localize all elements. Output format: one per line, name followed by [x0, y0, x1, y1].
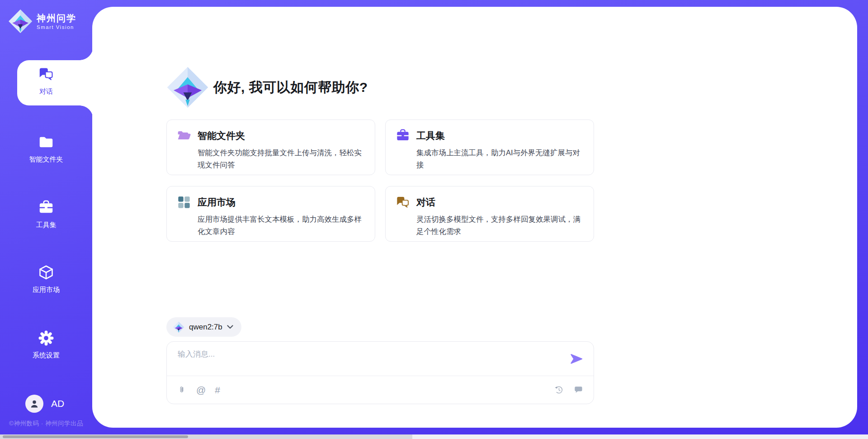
user-name: AD: [51, 398, 64, 409]
sidebar-item-settings[interactable]: 系统设置: [0, 330, 92, 360]
sidebar-item-label: 对话: [0, 87, 92, 96]
card-header: 应用市场: [177, 195, 365, 210]
brand-text: 神州问学 Smart Vision: [37, 13, 76, 30]
app-root: 神州问学 Smart Vision 对话 智能文件夹 工具集 应用市场 系统设置: [0, 0, 868, 439]
user-account[interactable]: AD: [25, 395, 64, 413]
sidebar-item-app-market[interactable]: 应用市场: [0, 264, 92, 294]
greeting-text: 你好, 我可以如何帮助你?: [213, 78, 368, 97]
message-composer: @ #: [166, 341, 594, 404]
composer-toolbar: @ #: [167, 376, 594, 404]
brand-diamond-icon: [173, 321, 184, 333]
sidebar: 神州问学 Smart Vision 对话 智能文件夹 工具集 应用市场 系统设置: [0, 0, 92, 434]
avatar: [25, 395, 43, 413]
scrollbar-track-light: [412, 434, 868, 439]
toolbox-icon: [38, 200, 54, 216]
gear-icon: [38, 330, 54, 346]
chat-bubbles-icon: [38, 66, 54, 82]
person-icon: [29, 398, 40, 409]
card-chat[interactable]: 对话 灵活切换多模型文件，支持多样回复效果调试，满足个性化需求: [385, 186, 594, 242]
card-description: 灵活切换多模型文件，支持多样回复效果调试，满足个性化需求: [416, 213, 584, 238]
send-icon: [569, 352, 584, 366]
card-title: 应用市场: [198, 196, 236, 209]
send-button[interactable]: [569, 352, 584, 366]
brand-name: 神州问学: [37, 13, 76, 23]
card-description: 智能文件夹功能支持批量文件上传与清洗，轻松实现文件问答: [198, 147, 365, 171]
card-description: 集成市场上主流工具，助力AI与外界无缝扩展与对接: [416, 147, 584, 171]
sidebar-item-label: 系统设置: [0, 351, 92, 360]
card-header: 对话: [396, 195, 584, 210]
chevron-down-icon: [227, 325, 233, 329]
history-icon[interactable]: [554, 385, 564, 395]
chat-bubbles-icon: [396, 195, 410, 210]
model-selector[interactable]: qwen2:7b: [166, 317, 241, 337]
scrollbar-thumb[interactable]: [3, 435, 188, 438]
folder-icon: [38, 134, 54, 150]
brand-subtitle: Smart Vision: [37, 24, 76, 30]
briefcase-icon: [396, 129, 410, 143]
sidebar-item-toolset[interactable]: 工具集: [0, 200, 92, 229]
card-title: 工具集: [416, 129, 445, 142]
card-description: 应用市场提供丰富长文本模板，助力高效生成多样化文章内容: [198, 213, 365, 238]
sidebar-item-smart-folder[interactable]: 智能文件夹: [0, 134, 92, 164]
brand-diamond-icon: [8, 9, 33, 33]
model-name: qwen2:7b: [189, 323, 222, 332]
at-mention-icon[interactable]: @: [196, 385, 206, 395]
sidebar-item-chat[interactable]: 对话: [0, 66, 92, 96]
sidebar-item-label: 应用市场: [0, 286, 92, 294]
hash-icon[interactable]: #: [215, 385, 220, 395]
greeting-block: 你好, 我可以如何帮助你?: [166, 66, 368, 109]
paperclip-icon[interactable]: [177, 385, 187, 395]
card-title: 智能文件夹: [198, 129, 245, 142]
grid-icon: [177, 195, 191, 210]
chat-bubble-icon[interactable]: [573, 385, 584, 395]
cube-icon: [38, 264, 54, 281]
message-input[interactable]: [178, 349, 548, 372]
horizontal-scrollbar[interactable]: [0, 434, 868, 439]
card-title: 对话: [416, 196, 435, 209]
brand-logo: 神州问学 Smart Vision: [8, 9, 76, 33]
copyright-text: ©神州数码 · 神州问学出品: [0, 420, 92, 428]
assistant-diamond-icon: [166, 66, 209, 109]
sidebar-item-label: 智能文件夹: [0, 155, 92, 164]
sidebar-item-label: 工具集: [0, 221, 92, 229]
folder-open-icon: [177, 129, 191, 143]
card-header: 工具集: [396, 129, 584, 143]
card-app-market[interactable]: 应用市场 应用市场提供丰富长文本模板，助力高效生成多样化文章内容: [166, 186, 375, 242]
card-header: 智能文件夹: [177, 129, 365, 143]
feature-cards: 智能文件夹 智能文件夹功能支持批量文件上传与清洗，轻松实现文件问答 工具集 集成…: [166, 119, 594, 242]
card-smart-folder[interactable]: 智能文件夹 智能文件夹功能支持批量文件上传与清洗，轻松实现文件问答: [166, 119, 375, 175]
card-toolset[interactable]: 工具集 集成市场上主流工具，助力AI与外界无缝扩展与对接: [385, 119, 594, 175]
